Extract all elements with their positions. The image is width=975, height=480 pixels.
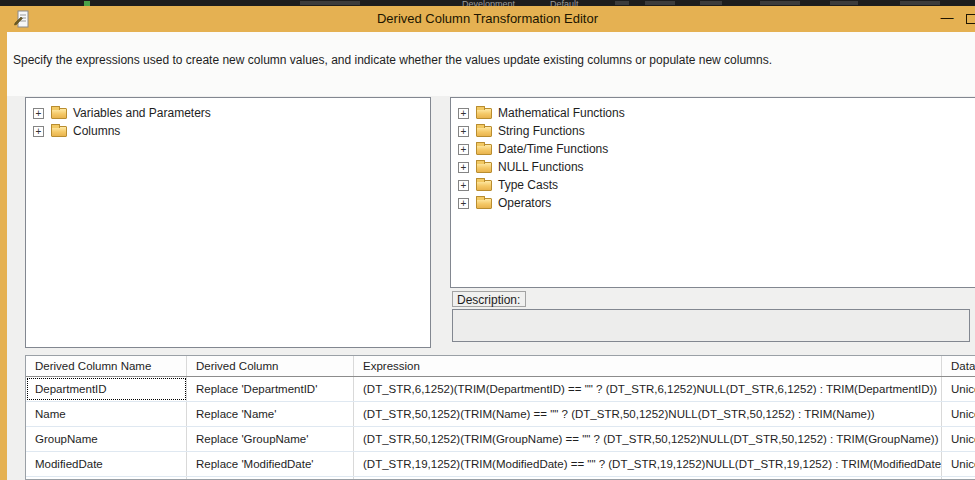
dialog-title: Derived Column Transformation Editor (0, 11, 975, 26)
tree-item-variables-and-parameters[interactable]: + Variables and Parameters (26, 104, 430, 122)
tree-item-label: Operators (498, 196, 551, 210)
tree-item-string-functions[interactable]: + String Functions (451, 122, 975, 140)
folder-icon (476, 144, 492, 155)
cell-derived-column[interactable]: Replace 'DepartmentID' (187, 377, 354, 401)
derived-columns-grid[interactable]: Derived Column Name Derived Column Expre… (25, 355, 975, 480)
table-row: ModifiedDate Replace 'ModifiedDate' (DT_… (26, 452, 975, 477)
cell-derived-column[interactable]: Replace 'ModifiedDate' (187, 452, 354, 476)
folder-icon (476, 162, 492, 173)
folder-icon (51, 126, 67, 137)
tree-item-label: String Functions (498, 124, 585, 138)
toolbar-decoration (615, 1, 629, 5)
cell-data-type[interactable]: Unicode string [DT_WSTR] (942, 427, 975, 451)
cell-derived-column[interactable]: Replace 'Name' (187, 402, 354, 426)
cell-data-type[interactable]: Unicode string [DT_WSTR] (942, 377, 975, 401)
cell-expression[interactable]: (DT_STR,6,1252)(TRIM(DepartmentID) == ""… (354, 377, 942, 401)
expand-plus-icon[interactable]: + (458, 180, 469, 191)
expand-plus-icon[interactable]: + (458, 126, 469, 137)
cell-expression[interactable]: (DT_STR,50,1252)(TRIM(Name) == "" ? (DT_… (354, 402, 942, 426)
description-label: Description: (452, 291, 526, 307)
columns-tree-panel[interactable]: + Variables and Parameters + Columns (25, 97, 431, 348)
toolbar-decoration (760, 1, 800, 5)
tree-item-mathematical-functions[interactable]: + Mathematical Functions (451, 104, 975, 122)
cell-expression[interactable]: (DT_STR,50,1252)(TRIM(GroupName) == "" ?… (354, 427, 942, 451)
cell-data-type[interactable]: Unicode string [DT_WSTR] (942, 402, 975, 426)
toolbar-decoration (300, 1, 360, 5)
tree-item-type-casts[interactable]: + Type Casts (451, 176, 975, 194)
toolbar-decoration (645, 1, 675, 5)
window-border (0, 6, 7, 480)
folder-icon (476, 180, 492, 191)
column-header-expression: Expression (354, 356, 942, 376)
tree-item-columns[interactable]: + Columns (26, 122, 430, 140)
toolbar-decoration (830, 1, 858, 5)
expand-plus-icon[interactable]: + (458, 108, 469, 119)
cell-expression[interactable]: (DT_STR,19,1252)(TRIM(ModifiedDate) == "… (354, 452, 942, 476)
cell-derived-column-name[interactable]: DepartmentID (26, 377, 187, 401)
table-row: Name Replace 'Name' (DT_STR,50,1252)(TRI… (26, 402, 975, 427)
tree-item-null-functions[interactable]: + NULL Functions (451, 158, 975, 176)
instruction-text: Specify the expressions used to create n… (13, 53, 772, 67)
table-row: GroupName Replace 'GroupName' (DT_STR,50… (26, 427, 975, 452)
grid-header-row: Derived Column Name Derived Column Expre… (26, 356, 975, 377)
tree-item-label: Type Casts (498, 178, 558, 192)
cell-derived-column-name[interactable]: Name (26, 402, 187, 426)
toolbar-decoration (700, 1, 722, 5)
tree-item-date-time-functions[interactable]: + Date/Time Functions (451, 140, 975, 158)
expand-plus-icon[interactable]: + (458, 162, 469, 173)
toolbar-decoration (900, 1, 940, 5)
expand-plus-icon[interactable]: + (458, 144, 469, 155)
expand-plus-icon[interactable]: + (33, 108, 44, 119)
cell-derived-column-name[interactable]: ModifiedDate (26, 452, 187, 476)
tree-item-label: Date/Time Functions (498, 142, 608, 156)
cell-data-type[interactable]: Unicode string [DT_WSTR] (942, 452, 975, 476)
table-row: DepartmentID Replace 'DepartmentID' (DT_… (26, 377, 975, 402)
functions-tree-panel[interactable]: + Mathematical Functions + String Functi… (450, 97, 975, 288)
dialog-titlebar[interactable]: Derived Column Transformation Editor — (0, 6, 975, 32)
folder-icon (476, 108, 492, 119)
expand-plus-icon[interactable]: + (458, 198, 469, 209)
expand-plus-icon[interactable]: + (33, 126, 44, 137)
cell-derived-column[interactable]: Replace 'GroupName' (187, 427, 354, 451)
column-header-derived-column-name: Derived Column Name (26, 356, 187, 376)
folder-icon (476, 126, 492, 137)
tree-item-label: NULL Functions (498, 160, 584, 174)
folder-icon (476, 198, 492, 209)
tree-item-operators[interactable]: + Operators (451, 194, 975, 212)
minimize-button[interactable]: — (934, 6, 960, 32)
column-header-data-type: Data Type (942, 356, 975, 376)
tree-item-label: Variables and Parameters (73, 106, 211, 120)
description-box (452, 309, 970, 342)
column-header-derived-column: Derived Column (187, 356, 354, 376)
tree-item-label: Mathematical Functions (498, 106, 625, 120)
folder-icon (51, 108, 67, 119)
tree-item-label: Columns (73, 124, 120, 138)
screen: Development Default Derived Column Trans… (0, 0, 975, 480)
cell-derived-column-name[interactable]: GroupName (26, 427, 187, 451)
maximize-button[interactable] (966, 14, 975, 24)
